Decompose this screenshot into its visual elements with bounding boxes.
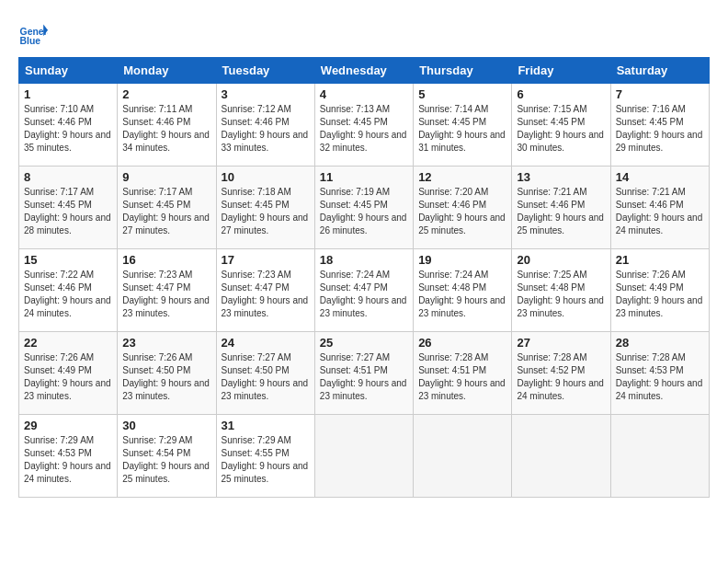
cell-info: Sunrise: 7:25 AMSunset: 4:48 PMDaylight:… xyxy=(517,270,604,318)
day-cell-9: 9Sunrise: 7:17 AMSunset: 4:45 PMDaylight… xyxy=(118,167,216,249)
cell-info: Sunrise: 7:10 AMSunset: 4:46 PMDaylight:… xyxy=(24,104,111,153)
day-cell-23: 23Sunrise: 7:26 AMSunset: 4:50 PMDayligh… xyxy=(118,332,216,415)
day-cell-25: 25Sunrise: 7:27 AMSunset: 4:51 PMDayligh… xyxy=(314,332,413,415)
day-number: 25 xyxy=(320,336,408,350)
day-cell-11: 11Sunrise: 7:19 AMSunset: 4:45 PMDayligh… xyxy=(314,167,413,249)
cell-info: Sunrise: 7:11 AMSunset: 4:46 PMDaylight:… xyxy=(122,104,210,153)
cell-info: Sunrise: 7:26 AMSunset: 4:49 PMDaylight:… xyxy=(616,270,703,318)
day-cell-24: 24Sunrise: 7:27 AMSunset: 4:50 PMDayligh… xyxy=(216,332,314,415)
day-number: 29 xyxy=(24,419,112,432)
svg-text:Blue: Blue xyxy=(20,36,41,46)
col-header-monday: Monday xyxy=(118,58,216,84)
day-number: 3 xyxy=(222,87,310,101)
day-cell-4: 4Sunrise: 7:13 AMSunset: 4:45 PMDaylight… xyxy=(314,84,413,167)
day-number: 19 xyxy=(418,253,506,267)
col-header-wednesday: Wednesday xyxy=(314,58,413,84)
day-cell-26: 26Sunrise: 7:28 AMSunset: 4:51 PMDayligh… xyxy=(414,332,512,415)
day-number: 27 xyxy=(517,336,605,350)
calendar-week-3: 15Sunrise: 7:22 AMSunset: 4:46 PMDayligh… xyxy=(19,249,710,332)
day-cell-18: 18Sunrise: 7:24 AMSunset: 4:47 PMDayligh… xyxy=(314,249,413,332)
cell-info: Sunrise: 7:28 AMSunset: 4:51 PMDaylight:… xyxy=(418,352,506,401)
day-number: 28 xyxy=(616,336,704,350)
cell-info: Sunrise: 7:12 AMSunset: 4:46 PMDaylight:… xyxy=(222,104,309,153)
day-cell-20: 20Sunrise: 7:25 AMSunset: 4:48 PMDayligh… xyxy=(512,249,610,332)
header: General Blue xyxy=(18,18,710,48)
day-cell-10: 10Sunrise: 7:18 AMSunset: 4:45 PMDayligh… xyxy=(216,167,314,249)
day-cell-15: 15Sunrise: 7:22 AMSunset: 4:46 PMDayligh… xyxy=(19,249,118,332)
cell-info: Sunrise: 7:23 AMSunset: 4:47 PMDaylight:… xyxy=(122,270,210,318)
day-cell-27: 27Sunrise: 7:28 AMSunset: 4:52 PMDayligh… xyxy=(512,332,610,415)
day-number: 14 xyxy=(616,170,704,184)
day-cell-2: 2Sunrise: 7:11 AMSunset: 4:46 PMDaylight… xyxy=(118,84,216,167)
day-cell-19: 19Sunrise: 7:24 AMSunset: 4:48 PMDayligh… xyxy=(414,249,512,332)
cell-info: Sunrise: 7:19 AMSunset: 4:45 PMDaylight:… xyxy=(320,187,407,236)
day-number: 20 xyxy=(517,253,605,267)
empty-cell xyxy=(610,415,709,498)
cell-info: Sunrise: 7:17 AMSunset: 4:45 PMDaylight:… xyxy=(122,187,210,236)
day-number: 18 xyxy=(320,253,408,267)
day-cell-28: 28Sunrise: 7:28 AMSunset: 4:53 PMDayligh… xyxy=(610,332,709,415)
day-number: 13 xyxy=(517,170,605,184)
cell-info: Sunrise: 7:26 AMSunset: 4:50 PMDaylight:… xyxy=(122,352,210,401)
calendar-table: SundayMondayTuesdayWednesdayThursdayFrid… xyxy=(18,57,710,498)
calendar-week-4: 22Sunrise: 7:26 AMSunset: 4:49 PMDayligh… xyxy=(19,332,710,415)
cell-info: Sunrise: 7:26 AMSunset: 4:49 PMDaylight:… xyxy=(24,352,111,401)
cell-info: Sunrise: 7:23 AMSunset: 4:47 PMDaylight:… xyxy=(222,270,309,318)
empty-cell xyxy=(414,415,512,498)
day-cell-12: 12Sunrise: 7:20 AMSunset: 4:46 PMDayligh… xyxy=(414,167,512,249)
day-number: 7 xyxy=(616,87,704,101)
cell-info: Sunrise: 7:28 AMSunset: 4:52 PMDaylight:… xyxy=(517,352,604,401)
day-cell-30: 30Sunrise: 7:29 AMSunset: 4:54 PMDayligh… xyxy=(118,415,216,498)
calendar-week-5: 29Sunrise: 7:29 AMSunset: 4:53 PMDayligh… xyxy=(19,415,710,498)
cell-info: Sunrise: 7:28 AMSunset: 4:53 PMDaylight:… xyxy=(616,352,703,401)
cell-info: Sunrise: 7:24 AMSunset: 4:47 PMDaylight:… xyxy=(320,270,407,318)
logo: General Blue xyxy=(18,18,48,48)
day-cell-5: 5Sunrise: 7:14 AMSunset: 4:45 PMDaylight… xyxy=(414,84,512,167)
day-number: 9 xyxy=(122,170,210,184)
cell-info: Sunrise: 7:24 AMSunset: 4:48 PMDaylight:… xyxy=(418,270,506,318)
day-cell-17: 17Sunrise: 7:23 AMSunset: 4:47 PMDayligh… xyxy=(216,249,314,332)
day-cell-7: 7Sunrise: 7:16 AMSunset: 4:45 PMDaylight… xyxy=(610,84,709,167)
day-number: 21 xyxy=(616,253,704,267)
day-cell-3: 3Sunrise: 7:12 AMSunset: 4:46 PMDaylight… xyxy=(216,84,314,167)
cell-info: Sunrise: 7:29 AMSunset: 4:53 PMDaylight:… xyxy=(24,435,111,484)
empty-cell xyxy=(314,415,413,498)
day-cell-6: 6Sunrise: 7:15 AMSunset: 4:45 PMDaylight… xyxy=(512,84,610,167)
day-number: 15 xyxy=(24,253,112,267)
logo-icon: General Blue xyxy=(18,18,48,48)
calendar-week-2: 8Sunrise: 7:17 AMSunset: 4:45 PMDaylight… xyxy=(19,167,710,249)
day-number: 5 xyxy=(418,87,506,101)
day-number: 31 xyxy=(222,419,310,432)
day-cell-22: 22Sunrise: 7:26 AMSunset: 4:49 PMDayligh… xyxy=(19,332,118,415)
day-cell-31: 31Sunrise: 7:29 AMSunset: 4:55 PMDayligh… xyxy=(216,415,314,498)
cell-info: Sunrise: 7:27 AMSunset: 4:50 PMDaylight:… xyxy=(222,352,309,401)
header-row: SundayMondayTuesdayWednesdayThursdayFrid… xyxy=(19,58,710,84)
cell-info: Sunrise: 7:29 AMSunset: 4:55 PMDaylight:… xyxy=(222,435,309,484)
day-number: 2 xyxy=(122,87,210,101)
col-header-sunday: Sunday xyxy=(19,58,118,84)
col-header-saturday: Saturday xyxy=(610,58,709,84)
day-number: 10 xyxy=(222,170,310,184)
cell-info: Sunrise: 7:16 AMSunset: 4:45 PMDaylight:… xyxy=(616,104,703,153)
day-number: 22 xyxy=(24,336,112,350)
day-number: 6 xyxy=(517,87,605,101)
cell-info: Sunrise: 7:27 AMSunset: 4:51 PMDaylight:… xyxy=(320,352,407,401)
day-number: 23 xyxy=(122,336,210,350)
day-cell-21: 21Sunrise: 7:26 AMSunset: 4:49 PMDayligh… xyxy=(610,249,709,332)
col-header-thursday: Thursday xyxy=(414,58,512,84)
cell-info: Sunrise: 7:29 AMSunset: 4:54 PMDaylight:… xyxy=(122,435,210,484)
day-cell-1: 1Sunrise: 7:10 AMSunset: 4:46 PMDaylight… xyxy=(19,84,118,167)
cell-info: Sunrise: 7:20 AMSunset: 4:46 PMDaylight:… xyxy=(418,187,506,236)
day-number: 8 xyxy=(24,170,112,184)
col-header-friday: Friday xyxy=(512,58,610,84)
cell-info: Sunrise: 7:17 AMSunset: 4:45 PMDaylight:… xyxy=(24,187,111,236)
day-number: 1 xyxy=(24,87,112,101)
calendar-week-1: 1Sunrise: 7:10 AMSunset: 4:46 PMDaylight… xyxy=(19,84,710,167)
day-number: 4 xyxy=(320,87,408,101)
day-number: 24 xyxy=(222,336,310,350)
day-number: 12 xyxy=(418,170,506,184)
cell-info: Sunrise: 7:22 AMSunset: 4:46 PMDaylight:… xyxy=(24,270,111,318)
cell-info: Sunrise: 7:15 AMSunset: 4:45 PMDaylight:… xyxy=(517,104,604,153)
cell-info: Sunrise: 7:21 AMSunset: 4:46 PMDaylight:… xyxy=(616,187,703,236)
empty-cell xyxy=(512,415,610,498)
